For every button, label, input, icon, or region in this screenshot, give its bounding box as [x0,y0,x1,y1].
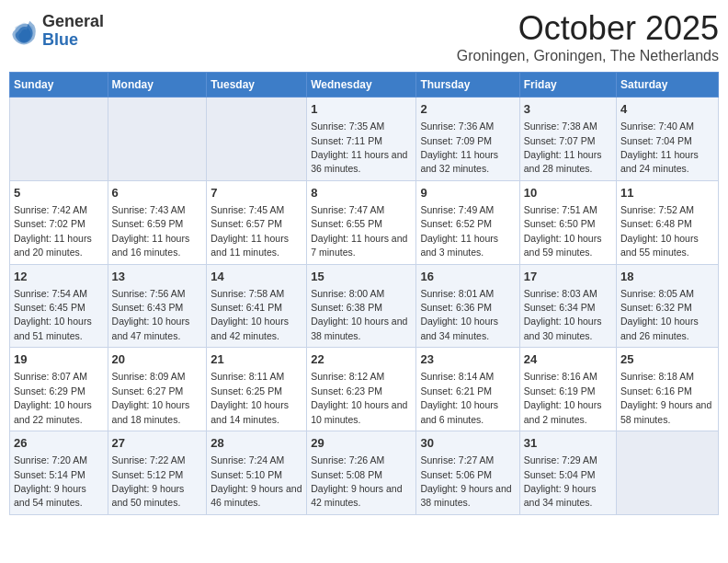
calendar-cell-2-6: 18 Sunrise: 8:05 AM Sunset: 6:32 PM Dayl… [617,264,719,348]
day-sunset: Sunset: 6:45 PM [14,302,85,313]
calendar-cell-4-5: 31 Sunrise: 7:29 AM Sunset: 5:04 PM Dayl… [519,431,616,515]
day-sunset: Sunset: 7:02 PM [14,218,85,229]
header-friday: Friday [519,73,616,98]
header-thursday: Thursday [416,73,519,98]
day-sunset: Sunset: 7:11 PM [311,135,382,146]
day-daylight: Daylight: 9 hours and 46 minutes. [210,483,301,508]
week-row-2: 12 Sunrise: 7:54 AM Sunset: 6:45 PM Dayl… [10,264,719,348]
day-number: 24 [524,351,612,368]
day-daylight: Daylight: 10 hours and 22 minutes. [14,399,92,424]
calendar-cell-1-6: 11 Sunrise: 7:52 AM Sunset: 6:48 PM Dayl… [617,180,719,264]
day-number: 20 [112,351,203,368]
day-sunset: Sunset: 6:34 PM [524,302,596,313]
day-sunrise: Sunrise: 8:16 AM [524,371,597,382]
day-sunrise: Sunrise: 7:29 AM [524,454,597,465]
day-sunset: Sunset: 5:12 PM [112,469,184,480]
day-number: 2 [420,101,515,118]
day-sunset: Sunset: 6:32 PM [620,302,692,313]
day-daylight: Daylight: 10 hours and 18 minutes. [112,399,190,424]
calendar-cell-0-4: 2 Sunrise: 7:36 AM Sunset: 7:09 PM Dayli… [416,98,519,181]
day-number: 26 [14,435,104,452]
day-daylight: Daylight: 10 hours and 2 minutes. [524,399,602,424]
week-row-1: 5 Sunrise: 7:42 AM Sunset: 7:02 PM Dayli… [10,180,719,264]
calendar-cell-0-2 [207,98,307,181]
day-number: 22 [311,351,412,368]
day-number: 28 [210,435,302,452]
day-daylight: Daylight: 11 hours and 24 minutes. [620,149,699,174]
day-sunset: Sunset: 5:08 PM [311,469,382,480]
day-sunrise: Sunrise: 8:07 AM [14,371,87,382]
calendar-cell-1-0: 5 Sunrise: 7:42 AM Sunset: 7:02 PM Dayli… [10,180,108,264]
day-sunset: Sunset: 6:25 PM [210,385,282,396]
week-row-3: 19 Sunrise: 8:07 AM Sunset: 6:29 PM Dayl… [10,348,719,431]
day-sunset: Sunset: 6:41 PM [210,302,282,313]
day-number: 1 [311,101,412,118]
day-sunrise: Sunrise: 8:00 AM [311,288,384,299]
day-sunrise: Sunrise: 7:36 AM [420,121,494,132]
day-sunrise: Sunrise: 7:40 AM [620,121,694,132]
title-block: October 2025 Groningen, Groningen, The N… [457,9,719,64]
day-sunset: Sunset: 6:27 PM [112,385,184,396]
calendar-cell-4-4: 30 Sunrise: 7:27 AM Sunset: 5:06 PM Dayl… [416,431,519,515]
day-number: 21 [210,351,302,368]
day-daylight: Daylight: 10 hours and 47 minutes. [112,316,190,340]
day-sunrise: Sunrise: 7:52 AM [620,204,694,215]
calendar-cell-0-0 [10,98,108,181]
day-daylight: Daylight: 10 hours and 55 minutes. [620,233,699,258]
day-sunset: Sunset: 7:04 PM [620,135,692,146]
calendar-header-row: Sunday Monday Tuesday Wednesday Thursday… [10,73,719,98]
day-number: 14 [210,269,302,285]
day-sunset: Sunset: 6:59 PM [112,218,184,229]
day-sunset: Sunset: 6:57 PM [210,218,282,229]
calendar-cell-3-0: 19 Sunrise: 8:07 AM Sunset: 6:29 PM Dayl… [10,348,108,431]
calendar-cell-4-1: 27 Sunrise: 7:22 AM Sunset: 5:12 PM Dayl… [108,431,207,515]
day-sunrise: Sunrise: 7:51 AM [524,204,597,215]
calendar-table: Sunday Monday Tuesday Wednesday Thursday… [9,72,719,515]
day-daylight: Daylight: 10 hours and 42 minutes. [210,316,289,340]
day-sunset: Sunset: 6:16 PM [620,385,692,396]
day-number: 13 [112,269,203,285]
day-sunrise: Sunrise: 7:27 AM [420,454,494,465]
calendar-cell-4-3: 29 Sunrise: 7:26 AM Sunset: 5:08 PM Dayl… [307,431,416,515]
day-number: 5 [14,185,104,201]
calendar-cell-1-2: 7 Sunrise: 7:45 AM Sunset: 6:57 PM Dayli… [207,180,307,264]
day-daylight: Daylight: 10 hours and 34 minutes. [420,316,498,340]
day-daylight: Daylight: 9 hours and 34 minutes. [524,483,597,508]
day-daylight: Daylight: 11 hours and 36 minutes. [311,149,407,174]
day-daylight: Daylight: 10 hours and 38 minutes. [311,316,407,340]
calendar-cell-1-5: 10 Sunrise: 7:51 AM Sunset: 6:50 PM Dayl… [519,180,616,264]
logo: General Blue [9,13,104,50]
calendar-cell-1-1: 6 Sunrise: 7:43 AM Sunset: 6:59 PM Dayli… [108,180,207,264]
day-daylight: Daylight: 10 hours and 10 minutes. [311,399,407,424]
day-daylight: Daylight: 9 hours and 50 minutes. [112,483,185,508]
day-number: 30 [420,435,515,452]
day-daylight: Daylight: 10 hours and 6 minutes. [420,399,498,424]
day-sunrise: Sunrise: 7:20 AM [14,454,87,465]
calendar-cell-0-5: 3 Sunrise: 7:38 AM Sunset: 7:07 PM Dayli… [519,98,616,181]
day-sunrise: Sunrise: 8:12 AM [311,371,384,382]
day-daylight: Daylight: 11 hours and 16 minutes. [112,233,190,258]
day-daylight: Daylight: 10 hours and 59 minutes. [524,233,602,258]
day-number: 23 [420,351,515,368]
logo-text: General Blue [42,13,104,50]
day-sunset: Sunset: 6:19 PM [524,385,596,396]
day-number: 29 [311,435,412,452]
header-wednesday: Wednesday [307,73,416,98]
day-number: 3 [524,101,612,118]
day-sunrise: Sunrise: 7:43 AM [112,204,186,215]
day-number: 7 [210,185,302,201]
day-daylight: Daylight: 9 hours and 38 minutes. [420,483,511,508]
calendar-cell-3-3: 22 Sunrise: 8:12 AM Sunset: 6:23 PM Dayl… [307,348,416,431]
day-daylight: Daylight: 11 hours and 20 minutes. [14,233,92,258]
day-daylight: Daylight: 10 hours and 30 minutes. [524,316,602,340]
day-sunset: Sunset: 6:36 PM [420,302,492,313]
day-daylight: Daylight: 11 hours and 32 minutes. [420,149,498,174]
day-number: 11 [620,185,714,201]
day-sunset: Sunset: 6:55 PM [311,218,382,229]
day-number: 17 [524,269,612,285]
day-number: 18 [620,269,714,285]
day-daylight: Daylight: 9 hours and 42 minutes. [311,483,402,508]
day-sunset: Sunset: 6:48 PM [620,218,692,229]
day-sunrise: Sunrise: 8:05 AM [620,288,694,299]
day-daylight: Daylight: 10 hours and 14 minutes. [210,399,289,424]
